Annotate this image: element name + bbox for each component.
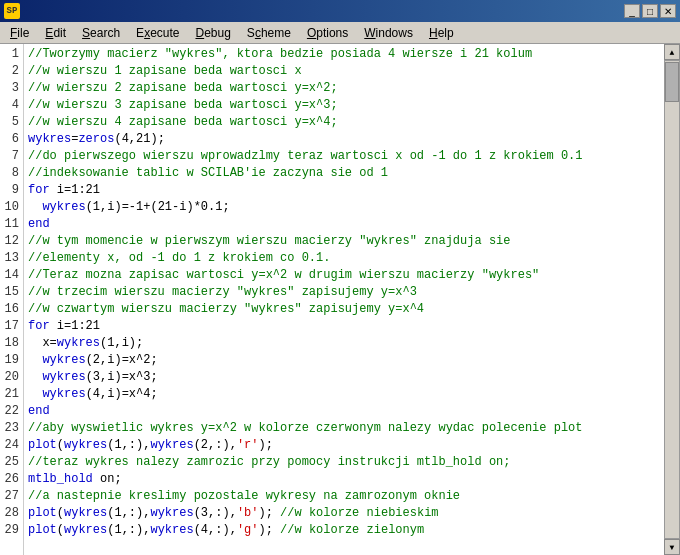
editor-area: 1234567891011121314151617181920212223242… [0,44,680,555]
code-line: x=wykres(1,i); [28,335,660,352]
code-line: plot(wykres(1,:),wykres(3,:),'b'); //w k… [28,505,660,522]
scroll-down-button[interactable]: ▼ [664,539,680,555]
code-line: wykres(4,i)=x^4; [28,386,660,403]
scroll-thumb[interactable] [665,62,679,102]
code-line: //a nastepnie kreslimy pozostale wykresy… [28,488,660,505]
line-number: 19 [4,352,19,369]
line-number: 21 [4,386,19,403]
code-line: //w trzecim wierszu macierzy "wykres" za… [28,284,660,301]
code-line: plot(wykres(1,:),wykres(4,:),'g'); //w k… [28,522,660,539]
title-bar: SP _ □ ✕ [0,0,680,22]
code-line: //aby wyswietlic wykres y=x^2 w kolorze … [28,420,660,437]
code-line: for i=1:21 [28,182,660,199]
menu-options[interactable]: Options [299,24,356,42]
line-number: 24 [4,437,19,454]
line-number: 2 [4,63,19,80]
line-number: 1 [4,46,19,63]
code-line: //w czwartym wierszu macierzy "wykres" z… [28,301,660,318]
code-line: end [28,216,660,233]
menu-search[interactable]: Search [74,24,128,42]
line-number: 20 [4,369,19,386]
line-number: 29 [4,522,19,539]
code-line: plot(wykres(1,:),wykres(2,:),'r'); [28,437,660,454]
app-icon: SP [4,3,20,19]
line-number: 7 [4,148,19,165]
menu-file[interactable]: File [2,24,37,42]
line-number: 25 [4,454,19,471]
line-number: 13 [4,250,19,267]
code-line: //indeksowanie tablic w SCILAB'ie zaczyn… [28,165,660,182]
line-number: 28 [4,505,19,522]
scroll-track[interactable] [664,60,680,539]
line-number: 27 [4,488,19,505]
line-number: 18 [4,335,19,352]
line-number: 8 [4,165,19,182]
line-number: 12 [4,233,19,250]
code-line: wykres(2,i)=x^2; [28,352,660,369]
minimize-button[interactable]: _ [624,4,640,18]
line-number: 22 [4,403,19,420]
code-line: mtlb_hold on; [28,471,660,488]
line-number: 23 [4,420,19,437]
code-line: //teraz wykres nalezy zamrozic przy pomo… [28,454,660,471]
code-line: //w wierszu 4 zapisane beda wartosci y=x… [28,114,660,131]
line-number: 3 [4,80,19,97]
menu-bar: File Edit Search Execute Debug Scheme Op… [0,22,680,44]
code-line: //Tworzymy macierz "wykres", ktora bedzi… [28,46,660,63]
menu-scheme[interactable]: Scheme [239,24,299,42]
maximize-button[interactable]: □ [642,4,658,18]
line-number: 17 [4,318,19,335]
menu-edit[interactable]: Edit [37,24,74,42]
code-line: for i=1:21 [28,318,660,335]
code-line: //do pierwszego wierszu wprowadzlmy tera… [28,148,660,165]
code-line: //Teraz mozna zapisac wartosci y=x^2 w d… [28,267,660,284]
line-number: 10 [4,199,19,216]
vertical-scrollbar[interactable]: ▲ ▼ [664,44,680,555]
code-line: wykres(3,i)=x^3; [28,369,660,386]
menu-help[interactable]: Help [421,24,462,42]
line-number: 5 [4,114,19,131]
line-number: 9 [4,182,19,199]
code-line: //elementy x, od -1 do 1 z krokiem co 0.… [28,250,660,267]
window-controls[interactable]: _ □ ✕ [624,4,676,18]
line-number: 16 [4,301,19,318]
line-number: 14 [4,267,19,284]
scroll-up-button[interactable]: ▲ [664,44,680,60]
code-line: //w wierszu 3 zapisane beda wartosci y=x… [28,97,660,114]
code-line: wykres(1,i)=-1+(21-i)*0.1; [28,199,660,216]
code-editor[interactable]: //Tworzymy macierz "wykres", ktora bedzi… [24,44,664,555]
code-line: //w wierszu 2 zapisane beda wartosci y=x… [28,80,660,97]
code-line: end [28,403,660,420]
line-number: 11 [4,216,19,233]
close-button[interactable]: ✕ [660,4,676,18]
code-line: //w wierszu 1 zapisane beda wartosci x [28,63,660,80]
code-line: wykres=zeros(4,21); [28,131,660,148]
line-number: 26 [4,471,19,488]
line-number: 6 [4,131,19,148]
menu-windows[interactable]: Windows [356,24,421,42]
code-line: //w tym momencie w pierwszym wierszu mac… [28,233,660,250]
menu-debug[interactable]: Debug [187,24,238,42]
line-number: 4 [4,97,19,114]
menu-execute[interactable]: Execute [128,24,187,42]
line-number: 15 [4,284,19,301]
line-numbers: 1234567891011121314151617181920212223242… [0,44,24,555]
